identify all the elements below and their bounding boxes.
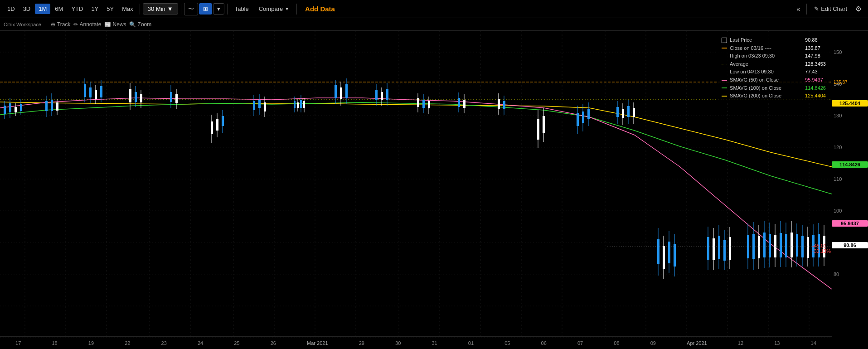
sub-toolbar: Citrix Workspace ⊕ Track ✏ Annotate 📰 Ne…: [0, 18, 868, 31]
svg-rect-162: [587, 109, 590, 119]
svg-rect-72: [140, 94, 142, 102]
svg-rect-111: [335, 85, 337, 98]
candlestick-chart-type[interactable]: ⊞: [199, 3, 212, 15]
svg-rect-81: [211, 121, 213, 134]
svg-rect-225: [785, 234, 787, 257]
timeframe-5y[interactable]: 5Y: [103, 4, 117, 14]
price-label-80: 80: [832, 271, 868, 277]
add-data-button[interactable]: Add Data: [300, 3, 340, 15]
timeframe-1m[interactable]: 1M: [35, 4, 50, 14]
close-swatch: [722, 48, 727, 48]
svg-rect-45: [45, 101, 48, 111]
smavg100-value: 114.8426: [805, 84, 826, 92]
svg-rect-90: [253, 101, 255, 110]
price-label-130: 130: [832, 113, 868, 118]
news-button[interactable]: 📰 News: [104, 21, 126, 28]
x-label-08: 08: [614, 340, 619, 346]
svg-rect-186: [674, 244, 676, 267]
pencil-icon: ✎: [814, 5, 819, 12]
x-label-19: 19: [88, 340, 94, 346]
svg-rect-102: [297, 102, 299, 108]
svg-rect-174: [633, 108, 635, 117]
last-price-value: 90.86: [805, 36, 818, 44]
x-label-09: 09: [650, 340, 656, 346]
zoom-button[interactable]: 🔍 Zoom: [129, 21, 152, 28]
line-chart-type[interactable]: 〜: [184, 3, 198, 15]
x-label-12: 12: [738, 340, 743, 346]
collapse-button[interactable]: «: [793, 4, 804, 15]
svg-rect-93: [258, 100, 261, 108]
edit-chart-button[interactable]: ✎ Edit Chart: [810, 4, 852, 14]
svg-rect-120: [375, 90, 378, 100]
close-label: Close on 03/16 ----: [730, 44, 802, 53]
chart-area[interactable]: Last Price 90.86 Close on 03/16 ---- 135…: [0, 31, 868, 349]
x-label-31: 31: [432, 340, 437, 346]
low-value: 77.43: [805, 68, 818, 76]
svg-rect-207: [752, 234, 755, 259]
separator-1: [140, 4, 140, 15]
svg-rect-222: [780, 233, 782, 257]
compare-button[interactable]: Compare ▼: [254, 4, 294, 14]
svg-rect-237: [807, 237, 809, 258]
timeframe-1y[interactable]: 1Y: [87, 4, 102, 14]
x-label-05: 05: [504, 340, 510, 346]
timeframe-6m[interactable]: 6M: [51, 4, 67, 14]
svg-rect-147: [503, 101, 505, 109]
smavg100-label: SMAVG (100) on Close: [730, 84, 802, 92]
svg-rect-129: [417, 98, 419, 107]
interval-selector[interactable]: 30 Min ▼: [143, 3, 178, 15]
svg-rect-171: [627, 106, 630, 117]
avg-swatch: [722, 64, 727, 65]
svg-rect-141: [463, 100, 466, 108]
svg-rect-195: [718, 236, 720, 259]
change-pct: -33.13%: [812, 248, 831, 254]
separator-4: [296, 4, 297, 15]
annotate-icon: ✏: [73, 21, 78, 28]
x-label-23: 23: [161, 340, 167, 346]
svg-rect-135: [428, 101, 430, 108]
svg-rect-126: [386, 89, 388, 100]
price-label-close: 135.87: [832, 80, 868, 85]
track-icon: ⊕: [51, 21, 55, 28]
smavg200-swatch: [722, 96, 727, 97]
svg-rect-96: [264, 102, 266, 111]
svg-rect-87: [222, 116, 224, 126]
timeframe-max[interactable]: Max: [118, 4, 137, 14]
timeframe-ytd[interactable]: YTD: [68, 4, 87, 14]
svg-rect-75: [170, 92, 172, 102]
settings-button[interactable]: ⚙: [853, 3, 864, 15]
svg-rect-57: [89, 87, 92, 97]
svg-rect-33: [4, 106, 6, 114]
sub-sep-1: [46, 19, 46, 30]
svg-rect-183: [668, 242, 670, 263]
x-label-17: 17: [15, 340, 21, 346]
chart-options[interactable]: ▾: [213, 3, 224, 15]
svg-rect-123: [381, 92, 383, 100]
smavg200-value: 125.4404: [805, 92, 826, 100]
table-button[interactable]: Table: [230, 4, 253, 14]
main-toolbar: 1D 3D 1M 6M YTD 1Y 5Y Max 30 Min ▼ 〜 ⊞ ▾…: [0, 0, 868, 18]
price-label-120: 120: [832, 145, 868, 150]
timeframe-3d[interactable]: 3D: [19, 4, 34, 14]
price-change-overlay: -45.01 -33.13%: [812, 243, 831, 254]
svg-rect-105: [300, 100, 302, 108]
svg-rect-192: [713, 238, 715, 260]
smavg100-swatch: [722, 87, 727, 88]
x-label-07: 07: [577, 340, 583, 346]
annotate-button[interactable]: ✏ Annotate: [73, 21, 102, 28]
smavg100-price-badge: 114.8426: [832, 161, 868, 168]
track-button[interactable]: ⊕ Track: [51, 21, 71, 28]
svg-rect-66: [129, 89, 131, 102]
last-price-swatch: [722, 38, 727, 43]
svg-rect-210: [758, 236, 760, 258]
svg-rect-42: [20, 104, 22, 111]
svg-rect-51: [56, 102, 58, 111]
high-value: 147.98: [805, 52, 820, 60]
chevron-down-icon: ▼: [167, 5, 173, 12]
x-label-13: 13: [774, 340, 780, 346]
svg-rect-60: [95, 90, 97, 99]
chart-svg: [0, 31, 832, 349]
svg-rect-69: [135, 92, 137, 102]
svg-rect-84: [216, 119, 218, 131]
timeframe-1d[interactable]: 1D: [4, 4, 19, 14]
